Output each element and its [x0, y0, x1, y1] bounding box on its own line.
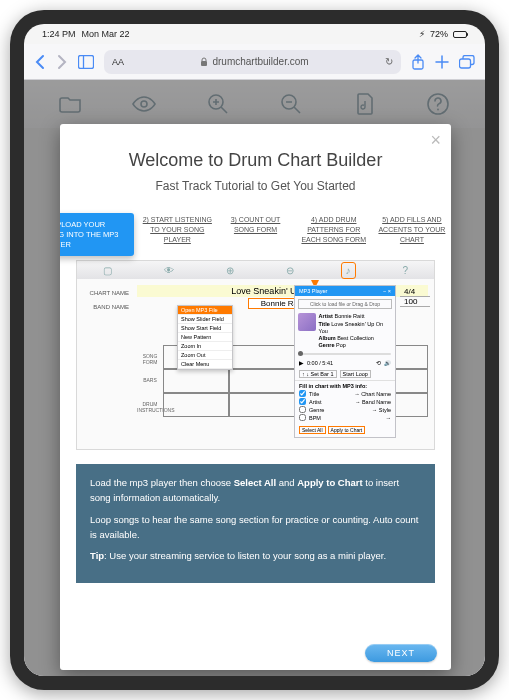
chart-name-label: CHART NAME [83, 287, 129, 300]
screen: 1:24 PM Mon Mar 22 ⚡︎ 72% AA drumchartbu… [24, 24, 485, 676]
band-name-label: BAND NAME [83, 301, 129, 314]
battery-icon [453, 31, 467, 38]
instruction-1: Load the mp3 player then choose Select A… [90, 476, 421, 505]
ck-title[interactable] [299, 390, 306, 397]
menu-open-mp3[interactable]: Open MP3 File [178, 306, 232, 315]
mp3-player-panel: MP3 Player− × Click to load file or Drag… [294, 285, 396, 438]
ti-help-icon: ? [402, 265, 408, 276]
steps-nav: 1) UPLOAD YOUR SONG INTO THE MP3 PLAYER … [60, 199, 451, 254]
time: 0:00 / 5:41 [307, 360, 333, 366]
mp3-collapse-icon[interactable]: − × [383, 288, 391, 294]
mp3-title: MP3 Player [299, 288, 327, 294]
instruction-2: Loop songs to hear the same song section… [90, 513, 421, 542]
close-button[interactable]: × [430, 130, 441, 151]
tutorial-modal: × Welcome to Drum Chart Builder Fast Tra… [60, 124, 451, 670]
svg-rect-2 [201, 61, 207, 66]
tabs-button[interactable] [459, 55, 475, 69]
apply-to-chart-button[interactable]: Apply to Chart [328, 426, 366, 434]
battery-bolt-icon: ⚡︎ [419, 29, 425, 39]
menu-item[interactable]: Show Start Field [178, 324, 232, 333]
ti-music-file-icon: ♪ [346, 265, 351, 276]
url-domain: drumchartbuilder.com [212, 56, 308, 67]
svg-rect-0 [79, 55, 94, 68]
next-button[interactable]: NEXT [365, 644, 437, 662]
share-button[interactable] [411, 54, 425, 70]
mp3-load-zone[interactable]: Click to load file or Drag & Drop [298, 299, 392, 309]
tutorial-screenshot: ▢ 👁 ⊕ ⊖ ♪ ? CHART NAME BAND NAME Love Sn… [76, 260, 435, 450]
play-icon[interactable]: ▶ [299, 360, 304, 366]
menu-item[interactable]: Zoom In [178, 342, 232, 351]
sidebar-button[interactable] [78, 55, 94, 69]
menu-item[interactable]: Clear Menu [178, 360, 232, 369]
start-loop-button[interactable]: Start Loop [340, 370, 371, 378]
step-4[interactable]: 4) ADD DRUM PATTERNS FOR EACH SONG FORM [295, 215, 373, 244]
status-bar: 1:24 PM Mon Mar 22 ⚡︎ 72% [24, 24, 485, 44]
ti-eye-icon: 👁 [164, 265, 174, 276]
ti-folder-icon: ▢ [103, 265, 112, 276]
select-all-button[interactable]: Select All [299, 426, 326, 434]
ipad-frame: 1:24 PM Mon Mar 22 ⚡︎ 72% AA drumchartbu… [10, 10, 499, 690]
menu-item[interactable]: New Pattern [178, 333, 232, 342]
loop-icon[interactable]: ⟲ [376, 360, 381, 366]
step-1-active[interactable]: 1) UPLOAD YOUR SONG INTO THE MP3 PLAYER [60, 213, 134, 256]
album-art [298, 313, 316, 331]
step-5[interactable]: 5) ADD FILLS AND ACCENTS TO YOUR CHART [373, 215, 451, 244]
edit-dropdown: Open MP3 File Show Slider Field Show Sta… [177, 305, 233, 370]
modal-subtitle: Fast Track Tutorial to Get You Started [80, 179, 431, 193]
step-2[interactable]: 2) START LISTENING TO YOUR SONG PLAYER [138, 215, 216, 244]
instruction-tip: Tip: Use your streaming service to liste… [90, 549, 421, 564]
modal-title: Welcome to Drum Chart Builder [80, 150, 431, 171]
safari-toolbar: AA drumchartbuilder.com ↻ [24, 44, 485, 80]
ck-artist[interactable] [299, 398, 306, 405]
instructions-panel: Load the mp3 player then choose Select A… [76, 464, 435, 583]
ck-bpm[interactable] [299, 414, 306, 421]
new-tab-button[interactable] [435, 55, 449, 69]
volume-icon[interactable]: 🔊 [384, 360, 391, 366]
set-bar-button[interactable]: ↑ ↓ Set Bar 1 [299, 370, 337, 378]
status-time: 1:24 PM [42, 29, 76, 39]
time-signature: 4/4 100 [400, 287, 430, 307]
ti-zoomout-icon: ⊖ [286, 265, 294, 276]
ti-zoomin-icon: ⊕ [226, 265, 234, 276]
status-date: Mon Mar 22 [82, 29, 130, 39]
battery-percent: 72% [430, 29, 448, 39]
back-button[interactable] [34, 54, 46, 70]
menu-item[interactable]: Zoom Out [178, 351, 232, 360]
fill-header: Fill in chart with MP3 info: [299, 383, 391, 389]
step-3[interactable]: 3) COUNT OUT SONG FORM [216, 215, 294, 244]
lock-icon [200, 57, 208, 67]
url-bar[interactable]: AA drumchartbuilder.com ↻ [104, 50, 401, 74]
menu-item[interactable]: Show Slider Field [178, 315, 232, 324]
ck-genre[interactable] [299, 406, 306, 413]
forward-button[interactable] [56, 54, 68, 70]
text-size-button[interactable]: AA [112, 57, 124, 67]
playback-slider[interactable] [299, 353, 391, 355]
reload-icon[interactable]: ↻ [385, 56, 393, 67]
svg-rect-5 [460, 59, 471, 68]
